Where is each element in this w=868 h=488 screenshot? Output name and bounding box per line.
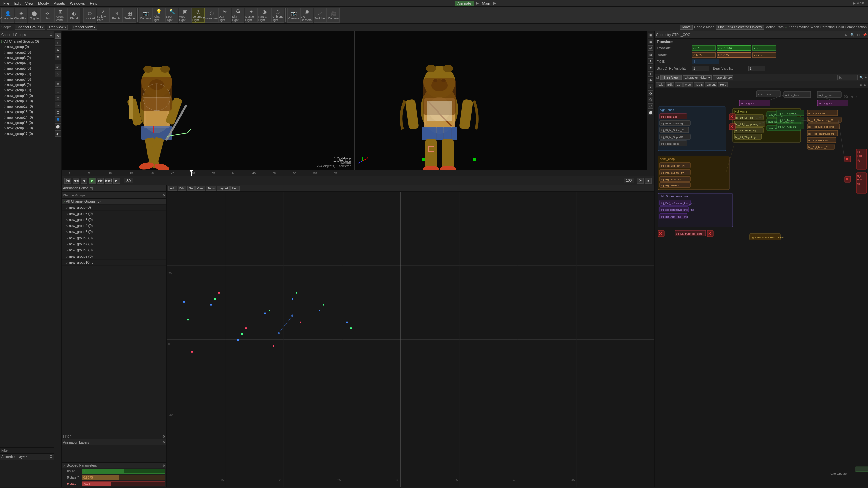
node-add-icon[interactable]: + <box>865 76 867 79</box>
cg-6[interactable]: ▷ new_group6 (0) <box>0 71 54 77</box>
arealight-btn[interactable]: ▣ Area Light <box>179 8 192 23</box>
fxik-input[interactable] <box>692 59 719 64</box>
track-4[interactable]: ▷ new_group4 (0) <box>62 223 166 229</box>
vp-tool-11[interactable]: ⬡ <box>648 97 653 102</box>
camera3-btn[interactable]: 🎥 Camera <box>327 8 340 23</box>
track-8[interactable]: ▷ new_group8 (0) <box>62 247 166 253</box>
menu-assets[interactable]: Assets <box>52 1 67 6</box>
cg-4[interactable]: ▷ new_group4 (0) <box>0 60 54 66</box>
cg-12[interactable]: ▷ new_group12 (0) <box>0 104 54 109</box>
skip-end-btn[interactable]: ▶| <box>113 178 120 184</box>
tool-move[interactable]: ↕ <box>55 40 61 46</box>
viewport-left[interactable]: Left ▾ No cam ▾ <box>62 31 355 170</box>
cg-2[interactable]: ▷ new_group2 (0) <box>0 49 54 55</box>
surface-btn[interactable]: ▦ Surface <box>123 8 136 23</box>
tool-rotate[interactable]: ↻ <box>55 47 61 53</box>
cg-17[interactable]: ▷ new_group17 (0) <box>0 131 54 136</box>
brand-btn[interactable]: ⊞ Parent Brand <box>54 8 67 23</box>
track-1[interactable]: ▷ new_group (0) <box>62 205 166 211</box>
camera-btn[interactable]: 📷 Camera <box>139 8 152 23</box>
step-back-btn[interactable]: ◀ <box>81 178 87 184</box>
ne-layout-btn[interactable]: Layout <box>705 82 717 87</box>
cg-5[interactable]: ▷ new_group5 (0) <box>0 66 54 71</box>
props-search-btn[interactable]: 🔍 <box>850 33 854 37</box>
curve-help-btn[interactable]: Help <box>230 186 240 191</box>
menu-windows[interactable]: Windows <box>68 1 87 6</box>
bear-vis-input[interactable] <box>748 66 765 71</box>
track-3[interactable]: ▷ new_group3 (0) <box>62 217 166 223</box>
switcher-btn[interactable]: ⇄ Switcher <box>314 8 327 23</box>
cg-3[interactable]: ▷ new_group3 (0) <box>0 55 54 60</box>
one-for-all-btn[interactable]: One For All Selected Objects <box>716 25 764 30</box>
move-btn[interactable]: Move <box>680 25 693 30</box>
curve-edit-btn[interactable]: Edit <box>178 186 186 191</box>
blendflex-btn[interactable]: ◈ BlendFlex <box>15 8 27 23</box>
ne-collapse-btn[interactable]: ⊡ <box>864 83 867 86</box>
ne-go-btn[interactable]: Go <box>675 82 683 87</box>
render-view-dropdown[interactable]: Render View ▾ <box>72 25 97 30</box>
play-btn[interactable]: ▶ <box>89 178 96 184</box>
vp-tool-1[interactable]: ⊞ <box>648 33 653 38</box>
vp-tool-4[interactable]: ⊡ <box>648 52 653 57</box>
anim-editor-add[interactable]: + <box>163 187 165 190</box>
tool-scale[interactable]: ⊕ <box>55 54 61 60</box>
followpath-btn[interactable]: ↗ Follow Path <box>97 8 110 23</box>
cg-14[interactable]: ▷ new_group14 (0) <box>0 115 54 120</box>
translate-z-input[interactable] <box>752 45 776 51</box>
timeline-ruler[interactable]: 0 5 10 15 20 25 30 35 40 45 50 55 60 65 <box>62 170 654 176</box>
skirt-vis-input[interactable] <box>692 66 709 71</box>
roty-bar[interactable]: 0.9375 <box>82 475 165 480</box>
blend-btn[interactable]: ◐ Blend <box>67 8 80 23</box>
rotate-z-input[interactable] <box>752 52 776 58</box>
anim-layers-settings[interactable]: ⚙ <box>49 454 53 459</box>
tree-view-dropdown[interactable]: Tree View ▾ <box>47 25 68 30</box>
play-fwd-btn[interactable]: ▶▶ <box>97 178 104 184</box>
tool-extra3[interactable]: ⊞ <box>55 88 61 94</box>
ne-tools-btn[interactable]: Tools <box>694 82 704 87</box>
characters-btn[interactable]: 👤 Characters <box>1 8 14 23</box>
props-settings-btn[interactable]: ⚙ <box>845 33 848 37</box>
cg-8[interactable]: ▷ new_group8 (0) <box>0 82 54 87</box>
skip-start-btn[interactable]: |◀ <box>64 178 71 184</box>
animate-mode-btn[interactable]: Animate <box>455 1 474 6</box>
curve-go-btn[interactable]: Go <box>187 186 195 191</box>
menu-help[interactable]: Help <box>87 1 99 6</box>
cg-9[interactable]: ▷ new_group9 (0) <box>0 87 54 93</box>
menu-modify[interactable]: Modify <box>36 1 51 6</box>
env-btn[interactable]: ⬡ Environment <box>205 8 218 23</box>
tool-extra7[interactable]: ⬤ <box>55 123 61 129</box>
vp-tool-5[interactable]: ✦ <box>648 58 653 64</box>
stop-btn[interactable]: ■ <box>645 178 652 184</box>
vp-tool-2[interactable]: ▦ <box>648 39 653 44</box>
loop-btn[interactable]: ⟳ <box>637 178 644 184</box>
props-expand-btn[interactable]: ⊡ <box>857 33 860 37</box>
vp-tool-13[interactable]: ⬤ <box>648 110 653 115</box>
castlelight-btn[interactable]: ✦ Castle Light <box>245 8 258 23</box>
spotlight-btn[interactable]: 🔦 Spot Light <box>165 8 178 23</box>
rotate-x-input[interactable] <box>692 52 716 58</box>
menu-file[interactable]: File <box>1 1 12 6</box>
curve-editor[interactable]: Add Edit Go View Tools Layout Help <box>167 185 654 487</box>
tool-extra5[interactable]: ✦ <box>55 102 61 108</box>
curve-tools-btn[interactable]: Tools <box>206 186 216 191</box>
translate-y-input[interactable] <box>717 45 751 51</box>
cg-1[interactable]: ▷ new_group (0) <box>0 44 54 49</box>
track-6[interactable]: ▷ new_group6 (0) <box>62 235 166 241</box>
curve-layout-btn[interactable]: Layout <box>217 186 230 191</box>
skylight-btn[interactable]: 🌤 Sky Light <box>232 8 244 23</box>
rotate-y-input[interactable] <box>717 52 751 58</box>
ne-add-btn[interactable]: Add <box>656 82 665 87</box>
track-5[interactable]: ▷ new_group5 (0) <box>62 229 166 235</box>
volumelight-btn[interactable]: ◎ Volume Light <box>192 8 205 23</box>
cg-16[interactable]: ▷ new_group16 (0) <box>0 125 54 131</box>
node-search-icon[interactable]: 🔍 <box>859 76 863 79</box>
keep-position-check[interactable]: ✓ Keep Position When Parenting <box>785 25 835 29</box>
end-frame-display[interactable]: 100 <box>624 178 634 183</box>
prev-key-btn[interactable]: ◀◀ <box>73 178 79 184</box>
anim-filter-settings[interactable]: ⚙ <box>162 435 165 438</box>
lockat-btn[interactable]: ⊙ Lock At <box>83 8 96 23</box>
ambientlight-btn[interactable]: ◌ Ambient Light <box>271 8 284 23</box>
tool-extra8[interactable]: ◐ <box>55 130 61 137</box>
treeview-tab[interactable]: Tree View <box>660 75 682 80</box>
channel-groups-dropdown[interactable]: Channel Groups ▾ <box>15 25 45 30</box>
